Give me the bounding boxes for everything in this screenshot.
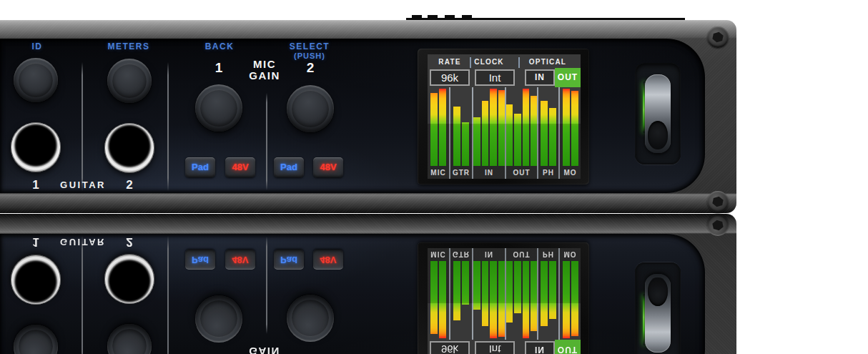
pad-button-ch2[interactable]: Pad [274,157,304,177]
meter-bars [538,87,558,166]
meter-group: MIC [428,248,450,340]
power-switch-recess [635,63,681,164]
panel-divider [82,62,83,191]
guitar-label: GUITAR [47,179,119,192]
mic-gain-title: MIC GAIN [236,345,293,354]
guitar-label: GUITAR [47,235,119,248]
phantom-48v-button-ch1[interactable]: 48V [225,157,255,177]
meter-bars [506,87,537,166]
id-knob[interactable] [14,325,58,354]
meter-group-label: OUT [506,166,537,179]
meter-group-label: MIC [428,166,449,179]
meter-group: IN [473,87,506,179]
meters-knob[interactable] [107,324,152,354]
mic-gain-knob-1[interactable] [195,84,242,132]
panel-divider [167,236,169,354]
meter-bar [506,104,513,166]
meter-group-label: PH [538,248,558,261]
meter-bar [453,107,460,166]
meter-bar [514,261,521,313]
hex-socket-icon [711,195,725,209]
meter-group-label: MO [560,166,581,179]
meter-bar [430,261,438,334]
guitar-input-jack-1 [11,255,61,305]
mic-gain-knob-1[interactable] [195,295,242,343]
meter-bars [473,261,505,340]
mic-gain-knob-2[interactable] [287,85,334,132]
power-switch[interactable] [645,74,671,153]
audio-interface-unit: ID METERS BACK SELECT (PUSH) 1 MIC GAIN … [0,20,736,213]
meter-group-label: IN [473,166,505,179]
optical-in-indicator: IN [525,69,555,86]
meter-bar [541,261,548,326]
meter-group: GTR [450,248,473,340]
meter-bar [531,261,537,331]
meter-bars [450,87,472,166]
meters-knob[interactable] [107,59,152,103]
pad-button-label: Pad [192,255,209,265]
meter-bar [462,122,469,166]
meter-group: GTR [450,87,473,179]
meter-bar [571,261,578,336]
meter-bar [473,117,480,166]
mic-gain-title-line1: MIC [236,59,293,70]
meter-groups: MICGTRINOUTPHMO [428,248,581,340]
meter-bars [538,261,558,340]
meter-bars [506,261,537,340]
back-label: BACK [184,41,255,51]
mic-gain-knob-2[interactable] [287,295,334,342]
front-panel: ID METERS BACK SELECT (PUSH) 1 MIC GAIN … [0,39,705,193]
panel-divider [167,62,169,191]
lcd-display-bezel: RATE CLOCK OPTICAL 96k Int IN OUT MICGTR… [418,49,589,185]
vent-slot [428,15,438,19]
meter-bar [571,91,578,166]
mic-gain-title: MIC GAIN [236,59,293,82]
meter-bar [498,261,505,337]
phantom-48v-button-ch2[interactable]: 48V [313,157,343,177]
meter-bar [563,261,570,338]
mic-gain-channel-2-number: 2 [296,60,325,74]
power-switch[interactable] [645,274,671,353]
meter-bars [560,261,581,340]
panel-divider [82,236,83,354]
phantom-48v-button-ch2[interactable]: 48V [313,250,343,270]
sample-rate-value: 96k [430,341,470,354]
meter-group: OUT [506,87,538,179]
phantom-button-label: 48V [320,162,336,172]
meter-bar [506,261,513,323]
pad-button-ch1[interactable]: Pad [185,250,215,270]
pad-button-label: Pad [280,255,297,265]
meter-bar [549,108,556,166]
meter-group: IN [473,248,506,340]
phantom-48v-button-ch1[interactable]: 48V [225,250,255,270]
meter-group-label: MO [560,248,581,261]
id-knob[interactable] [14,58,58,102]
guitar-input-jack-2 [104,254,154,304]
id-label: ID [16,41,59,51]
pad-button-label: Pad [280,162,297,172]
meter-bars [428,261,449,340]
meter-bar [523,261,529,338]
mic-gain-channel-1-number: 1 [204,60,233,74]
clock-header: CLOCK [470,58,508,68]
hex-screw-icon [707,191,729,212]
meter-bar [498,90,505,166]
meter-group-label: GTR [450,166,472,179]
meters-label: METERS [93,41,164,51]
jack-2-number: 2 [115,179,144,192]
panel-divider [266,237,267,334]
rate-header: RATE [430,58,469,68]
jack-2-number: 2 [115,235,144,248]
panel-divider [266,93,267,190]
guitar-input-jack-1 [11,122,61,172]
front-panel: ID METERS BACK SELECT (PUSH) 1 MIC GAIN … [0,234,705,354]
lcd-display: RATE CLOCK OPTICAL 96k Int IN OUT MICGTR… [428,248,581,354]
vent-slot [462,15,472,19]
meter-bars [428,87,449,166]
pad-button-ch2[interactable]: Pad [274,250,304,270]
jack-1-number: 1 [21,179,50,192]
pad-button-ch1[interactable]: Pad [185,157,215,177]
phantom-button-label: 48V [320,255,336,265]
meter-group: MO [560,248,581,340]
mic-gain-title-line2: GAIN [236,70,293,82]
